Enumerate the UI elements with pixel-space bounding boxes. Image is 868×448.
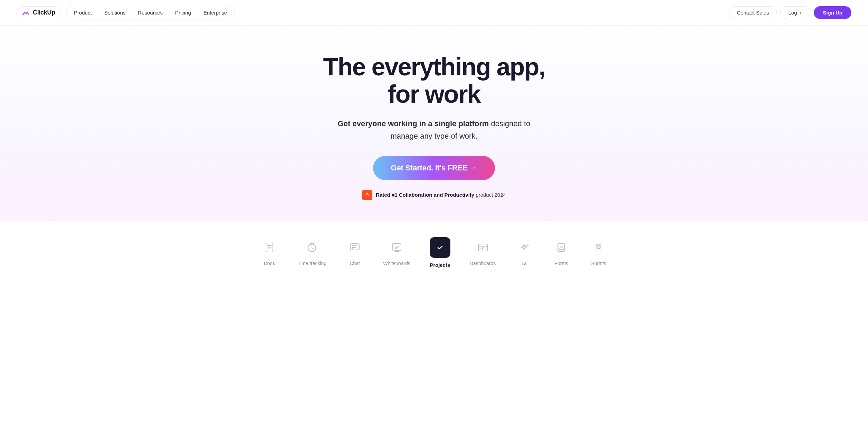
feature-docs[interactable]: Docs — [251, 233, 288, 272]
time-tracking-label: Time tracking — [298, 261, 327, 266]
feature-forms[interactable]: Forms — [543, 233, 580, 272]
projects-label: Projects — [430, 262, 450, 268]
dashboards-label: Dashboards — [470, 261, 496, 266]
whiteboards-label: Whiteboards — [383, 261, 410, 266]
login-button[interactable]: Log in — [780, 6, 810, 19]
svg-rect-18 — [558, 244, 565, 251]
nav-links: Product Solutions Resources Pricing Ente… — [66, 5, 235, 20]
ai-icon — [515, 239, 533, 256]
g2-icon: G — [362, 190, 372, 200]
docs-label: Docs — [264, 261, 275, 266]
nav-pricing[interactable]: Pricing — [169, 7, 197, 18]
ai-label: AI — [522, 261, 526, 266]
logo[interactable]: ClickUp — [17, 6, 60, 19]
time-tracking-icon — [303, 239, 321, 256]
feature-time-tracking[interactable]: Time tracking — [288, 233, 336, 272]
signup-button[interactable]: Sign Up — [814, 6, 851, 19]
whiteboards-icon — [388, 239, 406, 256]
hero-subtitle: Get everyone working in a single platfor… — [337, 118, 531, 142]
chat-label: Chat — [350, 261, 360, 266]
sprints-icon — [590, 239, 608, 256]
svg-rect-19 — [559, 248, 563, 250]
svg-rect-11 — [393, 243, 401, 250]
clickup-logo-icon — [22, 9, 30, 17]
svg-point-20 — [596, 244, 598, 246]
feature-chat[interactable]: Chat — [336, 233, 373, 272]
logo-text: ClickUp — [33, 9, 55, 16]
g2-text: Rated #1 Collaboration and Productivity … — [376, 192, 506, 198]
feature-whiteboards[interactable]: Whiteboards — [373, 233, 420, 272]
feature-ai[interactable]: AI — [505, 233, 543, 272]
sprints-label: Sprints — [591, 261, 607, 266]
nav-solutions[interactable]: Solutions — [98, 7, 132, 18]
nav-enterprise[interactable]: Enterprise — [197, 7, 233, 18]
svg-rect-14 — [436, 243, 444, 252]
nav-product[interactable]: Product — [68, 7, 98, 18]
cta-button[interactable]: Get Started. It's FREE → — [373, 156, 495, 180]
g2-badge: G Rated #1 Collaboration and Productivit… — [362, 190, 506, 200]
svg-point-21 — [599, 244, 601, 246]
contact-sales-button[interactable]: Contact Sales — [729, 6, 777, 19]
projects-icon — [430, 237, 450, 258]
docs-icon — [260, 239, 278, 256]
navbar: ClickUp Product Solutions Resources Pric… — [0, 0, 868, 26]
nav-right: Contact Sales Log in Sign Up — [729, 6, 851, 19]
dashboards-icon — [474, 239, 492, 256]
svg-line-6 — [312, 248, 314, 249]
feature-dashboards[interactable]: Dashboards — [460, 233, 506, 272]
forms-label: Forms — [554, 261, 568, 266]
features-bar: Docs Time tracking Chat — [0, 221, 868, 280]
nav-resources[interactable]: Resources — [132, 7, 169, 18]
forms-icon — [552, 239, 570, 256]
feature-sprints[interactable]: Sprints — [580, 233, 617, 272]
nav-left: ClickUp Product Solutions Resources Pric… — [17, 5, 235, 20]
feature-projects[interactable]: Projects — [420, 232, 460, 273]
chat-icon — [346, 239, 364, 256]
hero-title: The everything app, for work — [323, 53, 545, 108]
hero-section: The everything app, for work Get everyon… — [0, 26, 868, 221]
svg-rect-8 — [350, 244, 359, 250]
